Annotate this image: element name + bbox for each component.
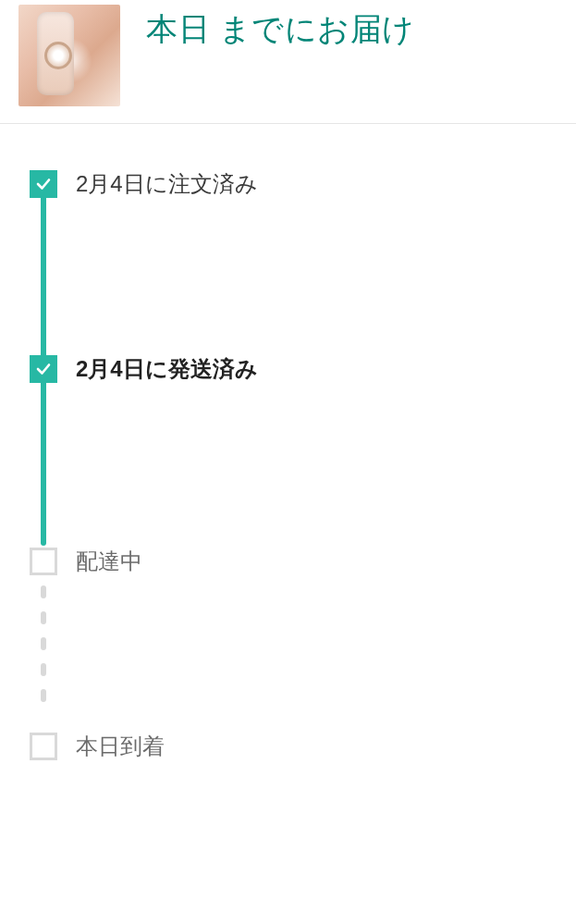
check-icon xyxy=(35,176,52,192)
delivery-header: 本日 までにお届け xyxy=(0,0,576,124)
check-icon xyxy=(35,361,52,377)
connector-2 xyxy=(41,383,46,546)
product-thumbnail[interactable] xyxy=(18,5,120,106)
step-label-shipped: 2月4日に発送済み xyxy=(76,355,258,383)
delivery-title: 本日 までにお届け xyxy=(146,5,558,51)
step-label-arriving: 本日到着 xyxy=(76,733,165,760)
timeline-step-out-for-delivery: 配達中 xyxy=(30,548,550,733)
delivery-timeline: 2月4日に注文済み 2月4日に発送済み 配達中 本日到着 xyxy=(0,124,576,779)
step-label-ordered: 2月4日に注文済み xyxy=(76,170,258,198)
timeline-step-arriving: 本日到着 xyxy=(30,733,550,760)
step-box-out-for-delivery xyxy=(30,548,57,575)
timeline-step-ordered: 2月4日に注文済み xyxy=(30,170,550,355)
step-box-ordered xyxy=(30,170,57,198)
step-label-out-for-delivery: 配達中 xyxy=(76,548,142,575)
step-box-shipped xyxy=(30,355,57,383)
connector-3 xyxy=(41,575,46,733)
step-box-arriving xyxy=(30,733,57,760)
timeline-step-shipped: 2月4日に発送済み xyxy=(30,355,550,548)
connector-1 xyxy=(41,198,46,355)
